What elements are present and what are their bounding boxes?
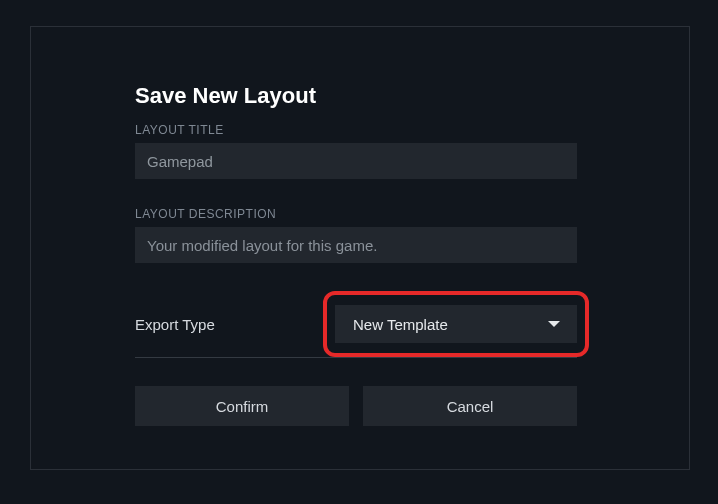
- layout-description-input[interactable]: [135, 227, 577, 263]
- cancel-button-label: Cancel: [447, 398, 494, 415]
- export-type-row: Export Type New Template: [135, 305, 577, 358]
- chevron-down-icon: [547, 319, 561, 329]
- layout-description-label: LAYOUT DESCRIPTION: [135, 207, 577, 221]
- dialog-title: Save New Layout: [135, 83, 577, 109]
- confirm-button[interactable]: Confirm: [135, 386, 349, 426]
- export-type-selected: New Template: [353, 316, 448, 333]
- save-layout-panel: Save New Layout LAYOUT TITLE LAYOUT DESC…: [30, 26, 690, 470]
- dialog-body: Save New Layout LAYOUT TITLE LAYOUT DESC…: [135, 83, 577, 426]
- layout-title-label: LAYOUT TITLE: [135, 123, 577, 137]
- layout-title-input[interactable]: [135, 143, 577, 179]
- export-type-select[interactable]: New Template: [335, 305, 577, 343]
- cancel-button[interactable]: Cancel: [363, 386, 577, 426]
- dialog-buttons: Confirm Cancel: [135, 386, 577, 426]
- confirm-button-label: Confirm: [216, 398, 269, 415]
- export-type-label: Export Type: [135, 316, 215, 333]
